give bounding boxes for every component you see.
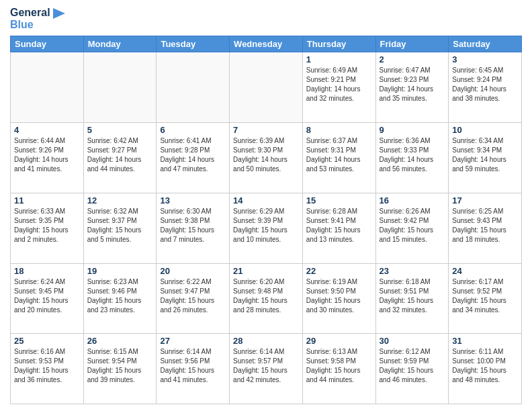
- weekday-header-sunday: Sunday: [11, 36, 84, 52]
- day-info: Sunrise: 6:11 AM Sunset: 10:00 PM Daylig…: [452, 347, 518, 385]
- day-info: Sunrise: 6:47 AM Sunset: 9:23 PM Dayligh…: [380, 66, 445, 103]
- day-number: 12: [87, 195, 153, 205]
- day-number: 15: [306, 195, 372, 205]
- day-number: 20: [160, 266, 226, 276]
- day-info: Sunrise: 6:26 AM Sunset: 9:42 PM Dayligh…: [380, 207, 445, 244]
- calendar-cell: 2Sunrise: 6:47 AM Sunset: 9:23 PM Daylig…: [375, 52, 449, 123]
- day-number: 4: [14, 125, 80, 135]
- day-info: Sunrise: 6:15 AM Sunset: 9:54 PM Dayligh…: [87, 347, 153, 385]
- calendar-cell: 17Sunrise: 6:25 AM Sunset: 9:43 PM Dayli…: [449, 193, 522, 263]
- day-number: 16: [380, 195, 445, 205]
- day-info: Sunrise: 6:49 AM Sunset: 9:21 PM Dayligh…: [306, 66, 372, 103]
- day-number: 1: [306, 54, 372, 64]
- day-info: Sunrise: 6:34 AM Sunset: 9:34 PM Dayligh…: [452, 136, 518, 174]
- day-info: Sunrise: 6:28 AM Sunset: 9:41 PM Dayligh…: [306, 207, 372, 244]
- logo-general: General: [10, 7, 65, 19]
- logo: General Blue: [10, 7, 65, 30]
- day-info: Sunrise: 6:19 AM Sunset: 9:50 PM Dayligh…: [306, 277, 372, 315]
- weekday-header-tuesday: Tuesday: [157, 36, 230, 52]
- day-number: 9: [380, 125, 445, 135]
- calendar-cell: 18Sunrise: 6:24 AM Sunset: 9:45 PM Dayli…: [11, 263, 84, 334]
- calendar-cell: 8Sunrise: 6:37 AM Sunset: 9:31 PM Daylig…: [302, 123, 375, 193]
- calendar-cell: 30Sunrise: 6:12 AM Sunset: 9:59 PM Dayli…: [375, 334, 449, 404]
- day-number: 11: [14, 195, 80, 205]
- calendar-cell: 23Sunrise: 6:18 AM Sunset: 9:51 PM Dayli…: [375, 263, 449, 334]
- day-number: 27: [160, 336, 226, 346]
- day-info: Sunrise: 6:30 AM Sunset: 9:38 PM Dayligh…: [160, 207, 226, 244]
- day-info: Sunrise: 6:45 AM Sunset: 9:24 PM Dayligh…: [452, 66, 518, 103]
- day-number: 5: [87, 125, 153, 135]
- calendar-cell: 12Sunrise: 6:32 AM Sunset: 9:37 PM Dayli…: [83, 193, 157, 263]
- day-number: 19: [87, 266, 153, 276]
- day-number: 7: [233, 125, 299, 135]
- day-info: Sunrise: 6:33 AM Sunset: 9:35 PM Dayligh…: [14, 207, 80, 244]
- day-number: 18: [14, 266, 80, 276]
- calendar-cell: 3Sunrise: 6:45 AM Sunset: 9:24 PM Daylig…: [449, 52, 522, 123]
- day-number: 23: [380, 266, 445, 276]
- day-info: Sunrise: 6:25 AM Sunset: 9:43 PM Dayligh…: [452, 207, 518, 244]
- logo-arrow-icon: [53, 8, 65, 19]
- day-info: Sunrise: 6:39 AM Sunset: 9:30 PM Dayligh…: [233, 136, 299, 174]
- day-number: 21: [233, 266, 299, 276]
- day-number: 25: [14, 336, 80, 346]
- day-info: Sunrise: 6:23 AM Sunset: 9:46 PM Dayligh…: [87, 277, 153, 315]
- calendar-cell: 14Sunrise: 6:29 AM Sunset: 9:39 PM Dayli…: [230, 193, 303, 263]
- calendar-cell: [157, 52, 230, 123]
- day-info: Sunrise: 6:29 AM Sunset: 9:39 PM Dayligh…: [233, 207, 299, 244]
- calendar-cell: 26Sunrise: 6:15 AM Sunset: 9:54 PM Dayli…: [83, 334, 157, 404]
- day-info: Sunrise: 6:42 AM Sunset: 9:27 PM Dayligh…: [87, 136, 153, 174]
- day-info: Sunrise: 6:37 AM Sunset: 9:31 PM Dayligh…: [306, 136, 372, 174]
- day-number: 24: [452, 266, 518, 276]
- svg-marker-0: [53, 8, 65, 19]
- weekday-header-friday: Friday: [375, 36, 449, 52]
- calendar-cell: 22Sunrise: 6:19 AM Sunset: 9:50 PM Dayli…: [302, 263, 375, 334]
- day-info: Sunrise: 6:20 AM Sunset: 9:48 PM Dayligh…: [233, 277, 299, 315]
- calendar-cell: [11, 52, 84, 123]
- calendar-cell: 24Sunrise: 6:17 AM Sunset: 9:52 PM Dayli…: [449, 263, 522, 334]
- calendar-table: SundayMondayTuesdayWednesdayThursdayFrid…: [10, 36, 522, 404]
- calendar-cell: 28Sunrise: 6:14 AM Sunset: 9:57 PM Dayli…: [230, 334, 303, 404]
- day-number: 13: [160, 195, 226, 205]
- day-number: 6: [160, 125, 226, 135]
- weekday-header-monday: Monday: [83, 36, 157, 52]
- day-info: Sunrise: 6:41 AM Sunset: 9:28 PM Dayligh…: [160, 136, 226, 174]
- calendar-cell: 13Sunrise: 6:30 AM Sunset: 9:38 PM Dayli…: [157, 193, 230, 263]
- day-info: Sunrise: 6:32 AM Sunset: 9:37 PM Dayligh…: [87, 207, 153, 244]
- day-info: Sunrise: 6:12 AM Sunset: 9:59 PM Dayligh…: [380, 347, 445, 385]
- day-number: 28: [233, 336, 299, 346]
- day-number: 10: [452, 125, 518, 135]
- day-number: 30: [380, 336, 445, 346]
- day-info: Sunrise: 6:17 AM Sunset: 9:52 PM Dayligh…: [452, 277, 518, 315]
- calendar-cell: 16Sunrise: 6:26 AM Sunset: 9:42 PM Dayli…: [375, 193, 449, 263]
- calendar-cell: 25Sunrise: 6:16 AM Sunset: 9:53 PM Dayli…: [11, 334, 84, 404]
- calendar-cell: 27Sunrise: 6:14 AM Sunset: 9:56 PM Dayli…: [157, 334, 230, 404]
- day-info: Sunrise: 6:16 AM Sunset: 9:53 PM Dayligh…: [14, 347, 80, 385]
- weekday-header-thursday: Thursday: [302, 36, 375, 52]
- page: General Blue SundayMondayTuesdayWednesda…: [0, 0, 532, 411]
- calendar-cell: 19Sunrise: 6:23 AM Sunset: 9:46 PM Dayli…: [83, 263, 157, 334]
- day-number: 22: [306, 266, 372, 276]
- day-number: 8: [306, 125, 372, 135]
- day-info: Sunrise: 6:18 AM Sunset: 9:51 PM Dayligh…: [380, 277, 445, 315]
- logo-blue: Blue: [10, 19, 65, 31]
- day-number: 2: [380, 54, 445, 64]
- calendar-cell: 20Sunrise: 6:22 AM Sunset: 9:47 PM Dayli…: [157, 263, 230, 334]
- calendar-cell: 5Sunrise: 6:42 AM Sunset: 9:27 PM Daylig…: [83, 123, 157, 193]
- calendar-cell: [230, 52, 303, 123]
- calendar-cell: 21Sunrise: 6:20 AM Sunset: 9:48 PM Dayli…: [230, 263, 303, 334]
- calendar-cell: [83, 52, 157, 123]
- day-number: 31: [452, 336, 518, 346]
- weekday-header-saturday: Saturday: [449, 36, 522, 52]
- calendar-cell: 10Sunrise: 6:34 AM Sunset: 9:34 PM Dayli…: [449, 123, 522, 193]
- header: General Blue: [10, 7, 522, 30]
- calendar-cell: 7Sunrise: 6:39 AM Sunset: 9:30 PM Daylig…: [230, 123, 303, 193]
- day-info: Sunrise: 6:44 AM Sunset: 9:26 PM Dayligh…: [14, 136, 80, 174]
- calendar-cell: 9Sunrise: 6:36 AM Sunset: 9:33 PM Daylig…: [375, 123, 449, 193]
- calendar-cell: 1Sunrise: 6:49 AM Sunset: 9:21 PM Daylig…: [302, 52, 375, 123]
- day-number: 29: [306, 336, 372, 346]
- calendar-cell: 15Sunrise: 6:28 AM Sunset: 9:41 PM Dayli…: [302, 193, 375, 263]
- day-number: 14: [233, 195, 299, 205]
- day-info: Sunrise: 6:13 AM Sunset: 9:58 PM Dayligh…: [306, 347, 372, 385]
- day-number: 3: [452, 54, 518, 64]
- calendar-cell: 31Sunrise: 6:11 AM Sunset: 10:00 PM Dayl…: [449, 334, 522, 404]
